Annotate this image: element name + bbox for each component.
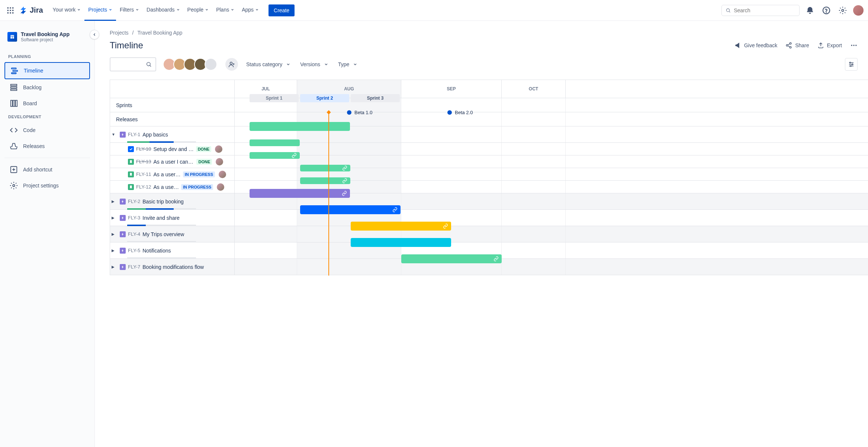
sidebar-item-timeline[interactable]: Timeline: [4, 62, 90, 79]
release-marker[interactable]: Beta 1.0: [347, 110, 372, 115]
assignee-avatar[interactable]: [215, 145, 222, 153]
epic-title[interactable]: My Trips overview: [142, 231, 184, 237]
expand-toggle[interactable]: ▶: [112, 248, 118, 253]
epic-icon: [120, 264, 126, 270]
create-button[interactable]: Create: [269, 4, 295, 16]
sidebar-item-backlog[interactable]: Backlog: [4, 80, 90, 95]
issue-key[interactable]: FLY-12: [136, 184, 151, 190]
epic-bar[interactable]: [351, 222, 451, 231]
view-settings-button[interactable]: [845, 58, 858, 71]
task-bar[interactable]: [250, 139, 300, 146]
expand-toggle[interactable]: ▶: [112, 232, 118, 236]
epic-bar[interactable]: [351, 238, 451, 247]
user-avatar[interactable]: [853, 5, 864, 16]
month-header: OCT: [502, 80, 566, 98]
filter-search-input[interactable]: [110, 57, 156, 71]
assignee-avatar[interactable]: [205, 58, 217, 71]
give-feedback-button[interactable]: Give feedback: [734, 42, 778, 49]
sprint-bar[interactable]: Sprint 1: [250, 94, 299, 102]
epic-bar[interactable]: [250, 122, 350, 131]
story-type-icon: [128, 159, 134, 165]
issue-key[interactable]: FLY-10: [136, 146, 151, 152]
task-bar[interactable]: [250, 152, 300, 159]
nav-item-apps[interactable]: Apps: [238, 0, 263, 21]
breadcrumb-project[interactable]: Travel Booking App: [137, 30, 182, 36]
settings-icon[interactable]: [837, 4, 849, 16]
nav-item-your-work[interactable]: Your work: [49, 0, 85, 21]
issue-key[interactable]: FLY-11: [136, 171, 151, 177]
issue-title[interactable]: As a user I can …: [153, 159, 194, 165]
epic-bar[interactable]: [250, 189, 350, 198]
status-badge: IN PROGRESS: [181, 184, 213, 190]
help-icon[interactable]: [820, 4, 832, 16]
nav-item-people[interactable]: People: [184, 0, 213, 21]
expand-toggle[interactable]: ▼: [112, 132, 118, 136]
epic-title[interactable]: Booking modifications flow: [142, 264, 204, 270]
issue-title[interactable]: As a use…: [153, 184, 179, 190]
svg-rect-20: [11, 100, 13, 107]
add-people-button[interactable]: [225, 58, 238, 71]
expand-toggle[interactable]: ▶: [112, 216, 118, 220]
nav-item-plans[interactable]: Plans: [212, 0, 238, 21]
svg-line-34: [150, 65, 151, 67]
sprint-bar[interactable]: Sprint 2: [300, 94, 349, 102]
notifications-icon[interactable]: [804, 4, 816, 16]
svg-point-40: [852, 64, 853, 65]
status-category-filter[interactable]: Status category: [245, 61, 292, 67]
issue-key[interactable]: FLY-13: [136, 159, 151, 164]
more-actions-button[interactable]: [850, 42, 858, 49]
jira-logo[interactable]: Jira: [19, 6, 43, 15]
story-type-icon: [128, 171, 134, 177]
release-marker[interactable]: Beta 2.0: [447, 110, 473, 115]
expand-toggle[interactable]: ▶: [112, 265, 118, 269]
assignee-avatar[interactable]: [219, 171, 226, 178]
epic-icon: [120, 199, 126, 205]
epic-row: ▶ FLY-4 My Trips overview: [110, 226, 868, 242]
epic-title[interactable]: Notifications: [142, 248, 171, 254]
global-search[interactable]: [721, 5, 800, 16]
layout: Travel Booking App Software project PLAN…: [0, 21, 868, 447]
breadcrumb-projects[interactable]: Projects: [110, 30, 129, 36]
svg-point-9: [726, 9, 729, 12]
epic-bar[interactable]: [401, 254, 502, 263]
add-shortcut-label: Add shortcut: [23, 167, 52, 173]
sidebar-item-releases[interactable]: Releases: [4, 138, 90, 154]
nav-item-dashboards[interactable]: Dashboards: [143, 0, 184, 21]
export-button[interactable]: Export: [817, 42, 842, 49]
assignee-avatar[interactable]: [217, 183, 224, 191]
sidebar-add-shortcut[interactable]: Add shortcut: [4, 162, 90, 177]
sidebar-project-settings[interactable]: Project settings: [4, 178, 90, 193]
task-bar[interactable]: [300, 165, 350, 171]
app-switcher-icon[interactable]: [4, 4, 16, 16]
share-button[interactable]: Share: [785, 42, 809, 49]
sprint-bar[interactable]: Sprint 3: [351, 94, 400, 102]
epic-key[interactable]: FLY-4: [128, 231, 140, 237]
assignee-avatar[interactable]: [216, 158, 223, 165]
nav-item-filters[interactable]: Filters: [116, 0, 143, 21]
epic-title[interactable]: App basics: [142, 132, 168, 138]
epic-title[interactable]: Invite and share: [142, 215, 180, 221]
epic-key[interactable]: FLY-3: [128, 215, 140, 221]
sidebar-collapse-button[interactable]: [90, 30, 99, 39]
epic-key[interactable]: FLY-1: [128, 132, 140, 137]
issue-title[interactable]: As a user…: [153, 171, 180, 177]
nav-item-projects[interactable]: Projects: [84, 0, 116, 21]
expand-toggle[interactable]: ▶: [112, 199, 118, 203]
epic-bar[interactable]: [300, 205, 401, 214]
epic-key[interactable]: FLY-7: [128, 264, 140, 270]
search-input[interactable]: [734, 7, 795, 13]
epic-key[interactable]: FLY-2: [128, 199, 140, 204]
epic-key[interactable]: FLY-5: [128, 248, 140, 253]
sidebar-item-board[interactable]: Board: [4, 96, 90, 111]
issue-title[interactable]: Setup dev and …: [153, 146, 193, 152]
avatar-stack[interactable]: [163, 58, 217, 71]
epic-row: ▶ FLY-3 Invite and share: [110, 209, 868, 226]
svg-rect-22: [16, 100, 17, 107]
type-filter[interactable]: Type: [337, 61, 359, 67]
project-header[interactable]: Travel Booking App Software project: [3, 28, 91, 45]
versions-filter[interactable]: Versions: [299, 61, 330, 67]
svg-point-30: [851, 45, 852, 46]
epic-title[interactable]: Basic trip booking: [142, 199, 184, 205]
sidebar-item-code[interactable]: Code: [4, 122, 90, 138]
task-bar[interactable]: [300, 177, 350, 184]
